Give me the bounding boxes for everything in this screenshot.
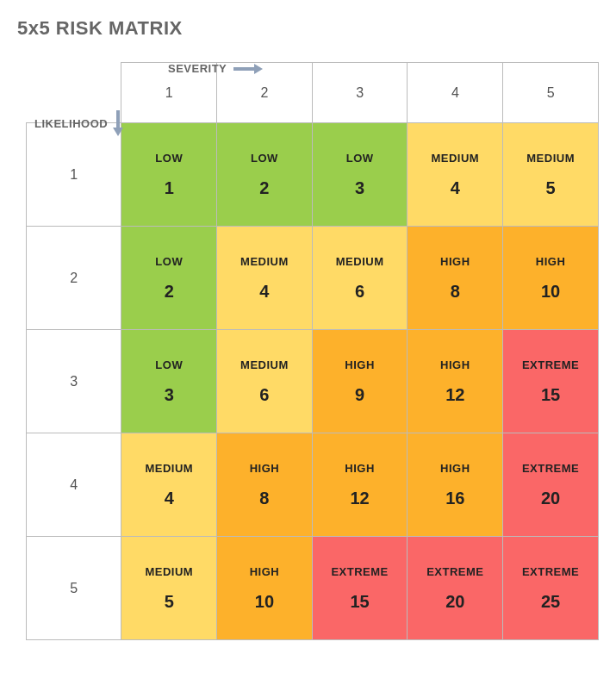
risk-cell: EXTREME20 <box>408 537 503 640</box>
risk-score: 3 <box>121 385 216 405</box>
risk-score: 6 <box>217 385 312 405</box>
risk-score: 8 <box>217 489 312 508</box>
risk-score: 9 <box>313 385 408 405</box>
risk-cell: MEDIUM6 <box>217 330 313 433</box>
risk-cell: LOW3 <box>121 330 217 433</box>
severity-header: 3 <box>312 63 408 123</box>
risk-level: EXTREME <box>408 565 502 578</box>
risk-cell: EXTREME15 <box>503 330 599 433</box>
risk-level: HIGH <box>217 462 312 475</box>
risk-score: 4 <box>408 178 502 198</box>
risk-level: HIGH <box>313 358 408 371</box>
svg-marker-3 <box>113 128 123 136</box>
risk-level: MEDIUM <box>408 152 502 165</box>
risk-score: 5 <box>503 178 598 198</box>
risk-cell: MEDIUM6 <box>312 227 408 330</box>
risk-level: HIGH <box>503 255 598 268</box>
risk-level: EXTREME <box>503 565 598 578</box>
risk-score: 15 <box>503 385 598 405</box>
risk-score: 8 <box>408 282 502 302</box>
arrow-right-icon <box>233 64 263 74</box>
risk-cell: LOW2 <box>217 123 313 227</box>
risk-score: 3 <box>313 178 408 198</box>
risk-level: HIGH <box>408 255 502 268</box>
risk-cell: HIGH10 <box>503 227 599 330</box>
risk-cell: HIGH12 <box>408 330 503 433</box>
risk-cell: HIGH9 <box>312 330 408 433</box>
risk-level: MEDIUM <box>217 358 312 371</box>
severity-text: SEVERITY <box>168 62 227 75</box>
risk-score: 4 <box>121 489 216 508</box>
risk-score: 25 <box>503 592 598 612</box>
risk-matrix-chart: SEVERITY LIKELIHOOD 1 2 3 4 5 1 L <box>17 62 599 640</box>
risk-cell: MEDIUM5 <box>503 123 599 227</box>
risk-score: 10 <box>217 592 312 612</box>
likelihood-header: 4 <box>27 433 121 537</box>
risk-score: 12 <box>408 385 502 405</box>
risk-score: 5 <box>121 592 216 612</box>
table-row: 4 MEDIUM4 HIGH8 HIGH12 HIGH16 EXTREME20 <box>27 433 599 537</box>
severity-header: 5 <box>503 63 599 123</box>
risk-level: MEDIUM <box>121 565 216 578</box>
risk-score: 20 <box>408 592 502 612</box>
risk-level: EXTREME <box>313 565 408 578</box>
risk-score: 2 <box>121 282 216 302</box>
risk-level: EXTREME <box>503 462 598 475</box>
severity-header: 4 <box>408 63 503 123</box>
risk-score: 2 <box>217 178 312 198</box>
risk-cell: LOW2 <box>121 227 217 330</box>
arrow-down-icon <box>113 110 123 136</box>
risk-level: EXTREME <box>503 358 598 371</box>
table-row: 3 LOW3 MEDIUM6 HIGH9 HIGH12 EXTREME15 <box>27 330 599 433</box>
severity-axis-label: SEVERITY <box>168 62 263 75</box>
risk-cell: LOW3 <box>312 123 408 227</box>
page-title: 5x5 RISK MATRIX <box>17 17 599 40</box>
svg-marker-1 <box>254 64 263 74</box>
risk-level: MEDIUM <box>217 255 312 268</box>
risk-level: LOW <box>121 358 216 371</box>
risk-level: MEDIUM <box>503 152 598 165</box>
risk-score: 15 <box>313 592 408 612</box>
risk-cell: LOW1 <box>121 123 217 227</box>
table-row: 2 LOW2 MEDIUM4 MEDIUM6 HIGH8 HIGH10 <box>27 227 599 330</box>
risk-cell: HIGH10 <box>217 537 313 640</box>
risk-cell: HIGH8 <box>408 227 503 330</box>
risk-level: LOW <box>121 255 216 268</box>
risk-cell: HIGH12 <box>312 433 408 537</box>
risk-level: MEDIUM <box>121 462 216 475</box>
risk-score: 12 <box>313 489 408 508</box>
risk-cell: EXTREME15 <box>312 537 408 640</box>
risk-cell: EXTREME25 <box>503 537 599 640</box>
likelihood-header: 3 <box>27 330 121 433</box>
likelihood-header: 5 <box>27 537 121 640</box>
risk-level: LOW <box>313 152 408 165</box>
risk-score: 20 <box>503 489 598 508</box>
risk-cell: MEDIUM4 <box>121 433 217 537</box>
likelihood-axis-label: LIKELIHOOD <box>34 110 123 136</box>
risk-cell: HIGH8 <box>217 433 313 537</box>
risk-cell: MEDIUM4 <box>408 123 503 227</box>
risk-score: 1 <box>121 178 216 198</box>
risk-score: 4 <box>217 282 312 302</box>
risk-level: MEDIUM <box>313 255 408 268</box>
risk-matrix-table: 1 2 3 4 5 1 LOW1 LOW2 LOW3 MEDIUM4 MEDIU… <box>26 62 599 640</box>
likelihood-header: 2 <box>27 227 121 330</box>
risk-level: HIGH <box>217 565 312 578</box>
risk-score: 16 <box>408 489 502 508</box>
table-row: 5 MEDIUM5 HIGH10 EXTREME15 EXTREME20 EXT… <box>27 537 599 640</box>
risk-score: 6 <box>313 282 408 302</box>
risk-level: HIGH <box>408 358 502 371</box>
risk-level: HIGH <box>313 462 408 475</box>
table-row: 1 LOW1 LOW2 LOW3 MEDIUM4 MEDIUM5 <box>27 123 599 227</box>
risk-cell: MEDIUM5 <box>121 537 217 640</box>
risk-level: LOW <box>121 152 216 165</box>
risk-cell: MEDIUM4 <box>217 227 313 330</box>
likelihood-text: LIKELIHOOD <box>34 117 108 130</box>
risk-level: HIGH <box>408 462 502 475</box>
risk-score: 10 <box>503 282 598 302</box>
risk-cell: HIGH16 <box>408 433 503 537</box>
risk-level: LOW <box>217 152 312 165</box>
likelihood-header: 1 <box>27 123 121 227</box>
risk-cell: EXTREME20 <box>503 433 599 537</box>
